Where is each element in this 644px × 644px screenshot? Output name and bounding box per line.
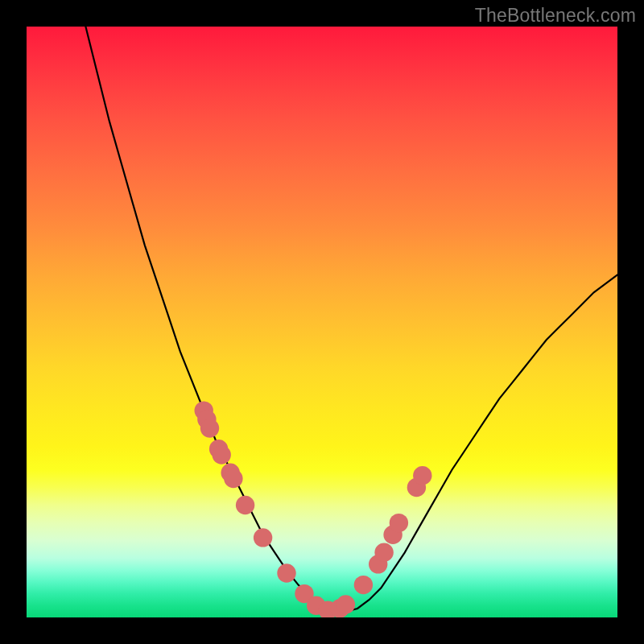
data-point xyxy=(413,466,431,485)
data-point xyxy=(336,595,355,613)
data-point xyxy=(236,496,254,514)
plot-area xyxy=(27,27,617,617)
data-point xyxy=(277,564,295,582)
bottleneck-curve xyxy=(85,27,617,612)
data-point xyxy=(254,528,272,547)
data-point xyxy=(390,514,408,532)
data-point xyxy=(224,469,242,488)
chart-svg xyxy=(27,27,617,617)
watermark-text: TheBottleneck.com xyxy=(475,5,636,27)
data-point xyxy=(354,576,373,594)
marker-group xyxy=(195,401,432,617)
data-point xyxy=(213,445,231,464)
chart-frame: TheBottleneck.com xyxy=(0,0,644,644)
data-point xyxy=(374,543,393,562)
data-point xyxy=(200,419,219,437)
